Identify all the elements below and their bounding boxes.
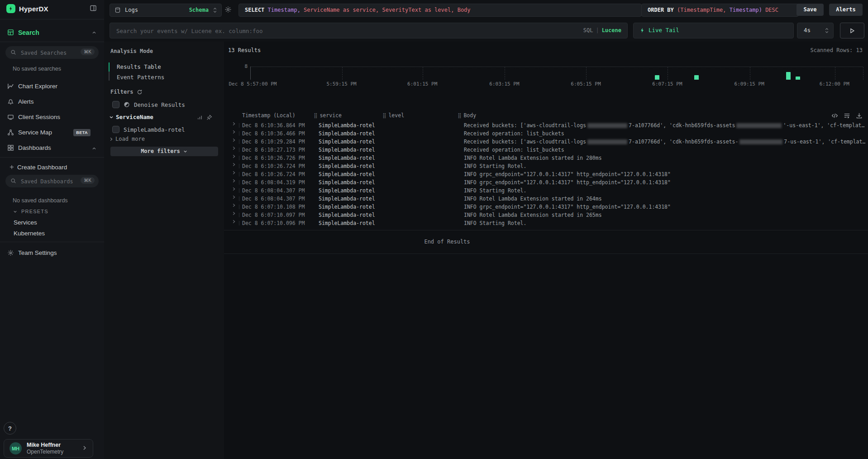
sidebar-item-search[interactable]: Search (0, 26, 104, 40)
col-timestamp[interactable]: Timestamp (Local) (242, 112, 296, 119)
row-expand-icon[interactable] (231, 162, 236, 167)
saved-searches-search[interactable]: ⌘K (5, 46, 99, 59)
chevron-up-icon[interactable] (91, 30, 97, 35)
table-row[interactable]: Dec 8 6:10:26.726 PMSimpleLambda-rotelIN… (224, 154, 868, 162)
refresh-icon[interactable] (137, 89, 143, 95)
live-tail-button[interactable]: Live Tail (633, 23, 794, 38)
table-row[interactable]: Dec 8 6:07:10.097 PMSimpleLambda-rotelIN… (224, 211, 868, 219)
col-level[interactable]: ⣿level (382, 112, 404, 119)
chevron-right-icon (81, 445, 87, 451)
chevron-up-icon[interactable] (91, 146, 97, 151)
servicename-group-toggle[interactable]: ServiceName (109, 114, 153, 120)
source-select[interactable]: Logs Schema (110, 4, 222, 17)
sidebar-item-client-sessions[interactable]: Client Sessions (0, 110, 104, 124)
bar-chart-icon[interactable] (197, 115, 203, 120)
preset-services[interactable]: Services (14, 219, 37, 226)
denoise-results-filter[interactable]: Denoise Results (112, 101, 185, 108)
histogram-bar[interactable] (655, 75, 659, 80)
row-separator (239, 213, 239, 217)
schema-link[interactable]: Schema (189, 7, 209, 13)
table-row[interactable]: Dec 8 6:10:29.284 PMSimpleLambda-rotelRe… (224, 138, 868, 146)
save-button[interactable]: Save (796, 4, 824, 16)
sql-toggle[interactable]: SQL (583, 27, 593, 33)
table-row[interactable]: Dec 8 6:08:04.307 PMSimpleLambda-rotelIN… (224, 186, 868, 195)
end-of-results-label: End of Results (224, 230, 670, 253)
more-filters-button[interactable]: More filters (110, 147, 218, 156)
sidebar-item-team-settings[interactable]: Team Settings (0, 246, 104, 260)
language-toggle[interactable]: SQL|Lucene (583, 23, 621, 38)
sidebar-item-dashboards[interactable]: Dashboards (0, 141, 104, 155)
load-more-button[interactable]: Load more (109, 136, 145, 142)
presets-toggle[interactable]: PRESETS (13, 209, 48, 214)
saved-dashboards-input[interactable] (20, 175, 81, 188)
table-row[interactable]: Dec 8 6:10:36.864 PMSimpleLambda-rotelRe… (224, 121, 868, 129)
pin-icon[interactable] (206, 115, 212, 120)
mode-results-table[interactable]: Results Table (117, 63, 161, 70)
col-service[interactable]: ⣿service (314, 112, 342, 119)
interval-value: 4s (804, 27, 811, 33)
sidebar-item-label: Chart Explorer (18, 83, 57, 90)
event-search[interactable]: SQL|Lucene (110, 23, 628, 38)
database-icon (114, 7, 121, 13)
filters-label: Filters (110, 89, 143, 95)
row-expand-icon[interactable] (231, 146, 236, 151)
row-expand-icon[interactable] (231, 219, 236, 224)
saved-dashboards-search[interactable]: ⌘K (5, 175, 99, 187)
servicename-checkbox[interactable] (112, 126, 119, 133)
refresh-interval-select[interactable]: 4s (797, 23, 834, 38)
x-axis-tick-label: 6:01:15 PM (407, 81, 437, 87)
drag-handle-icon[interactable]: ⣿ (458, 112, 461, 119)
row-expand-icon[interactable] (231, 154, 236, 159)
select-query-input[interactable]: SELECT Timestamp, ServiceName as service… (238, 4, 642, 17)
preset-kubernetes[interactable]: Kubernetes (14, 230, 45, 237)
x-axis-tick-label: 6:09:15 PM (734, 81, 764, 87)
collapse-sidebar-icon[interactable] (90, 5, 97, 12)
drag-handle-icon[interactable]: ⣿ (382, 112, 386, 119)
histogram-bar[interactable] (694, 75, 699, 80)
mode-event-patterns[interactable]: Event Patterns (117, 74, 164, 81)
servicename-value-filter[interactable]: SimpleLambda-rotel (112, 126, 185, 133)
query-settings-gear-icon[interactable] (224, 6, 232, 13)
histogram-bar[interactable] (786, 72, 791, 80)
histogram-bar[interactable] (796, 76, 800, 80)
row-expand-icon[interactable] (231, 178, 236, 183)
sidebar-item-chart-explorer[interactable]: Chart Explorer (0, 79, 104, 94)
table-row[interactable]: Dec 8 6:10:26.724 PMSimpleLambda-rotelIN… (224, 170, 868, 178)
saved-searches-input[interactable] (20, 46, 81, 60)
row-expand-icon[interactable] (231, 170, 236, 175)
help-button[interactable]: ? (4, 422, 16, 435)
results-histogram[interactable] (250, 67, 863, 80)
row-separator (239, 139, 239, 144)
user-org: OpenTelemetry (27, 449, 63, 455)
row-expand-icon[interactable] (231, 186, 236, 191)
alerts-button[interactable]: Alerts (829, 4, 863, 16)
col-body[interactable]: ⣿Body (458, 112, 476, 119)
denoise-checkbox[interactable] (112, 101, 119, 108)
gridline (668, 67, 668, 80)
query-segment (264, 7, 267, 13)
drag-handle-icon[interactable]: ⣿ (314, 112, 317, 119)
table-row[interactable]: Dec 8 6:07:10.108 PMSimpleLambda-rotelIN… (224, 203, 868, 211)
run-query-button[interactable] (840, 23, 864, 38)
group-actions (197, 115, 212, 120)
table-row[interactable]: Dec 8 6:07:10.096 PMSimpleLambda-rotelIN… (224, 219, 868, 227)
event-search-input[interactable] (110, 23, 574, 39)
table-row[interactable]: Dec 8 6:10:27.173 PMSimpleLambda-rotelRe… (224, 146, 868, 154)
row-expand-icon[interactable] (231, 121, 236, 126)
table-row[interactable]: Dec 8 6:08:04.307 PMSimpleLambda-rotelIN… (224, 195, 868, 203)
table-row[interactable]: Dec 8 6:08:04.319 PMSimpleLambda-rotelIN… (224, 178, 868, 186)
create-dashboard-button[interactable]: Create Dashboard (0, 162, 104, 174)
table-row[interactable]: Dec 8 6:10:36.466 PMSimpleLambda-rotelRe… (224, 129, 868, 138)
row-expand-icon[interactable] (231, 129, 236, 134)
table-row[interactable]: Dec 8 6:10:26.724 PMSimpleLambda-rotelIN… (224, 162, 868, 170)
results-count: 13 Results (228, 47, 261, 53)
row-expand-icon[interactable] (231, 211, 236, 216)
row-expand-icon[interactable] (231, 138, 236, 143)
row-expand-icon[interactable] (231, 203, 236, 208)
user-menu[interactable]: MH Mike Heffner OpenTelemetry (4, 439, 93, 458)
lucene-toggle[interactable]: Lucene (602, 27, 621, 33)
order-by-input[interactable]: ORDER BY (TimestampTime, Timestamp) DESC (641, 4, 799, 17)
sidebar-item-alerts[interactable]: Alerts (0, 95, 104, 109)
row-expand-icon[interactable] (231, 195, 236, 200)
sidebar-item-service-map[interactable]: Service Map BETA (0, 125, 104, 140)
